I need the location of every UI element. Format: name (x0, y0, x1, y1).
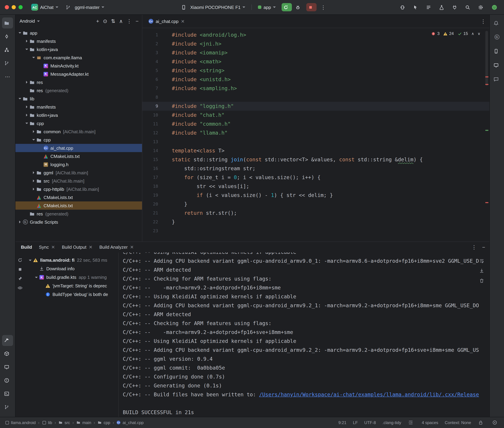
code-editor[interactable]: 1#include <android/log.h>2#include <jni.… (142, 28, 489, 241)
more-toolwindows-button[interactable]: ⋯ (2, 71, 13, 82)
app-quality-insights-button[interactable] (491, 74, 502, 85)
change-stripe-mark[interactable] (485, 130, 488, 131)
tree-item-res[interactable]: res(generated) (16, 86, 142, 95)
tree-item-common[interactable]: common[AiChat.lib.main] (16, 127, 142, 136)
pull-requests-button[interactable] (2, 58, 13, 68)
line-number[interactable]: 4 (142, 57, 158, 66)
run-config-selector[interactable]: app (256, 3, 278, 11)
tree-chevron-down-icon[interactable] (17, 32, 22, 33)
tree-item-mainactivity-kt[interactable]: KMainActivity.kt (16, 62, 142, 70)
prev-issue-button[interactable]: ∧ (471, 32, 474, 35)
line-separator-widget[interactable]: LF (353, 420, 358, 425)
build-options-button[interactable]: ⋮ (471, 245, 477, 250)
layout-inspector-icon[interactable] (412, 4, 418, 10)
breadcrumb-item-cpp[interactable]: cpp (97, 420, 110, 425)
device-explorer-button[interactable] (2, 362, 13, 372)
line-number[interactable]: 8 (142, 93, 158, 102)
tree-chevron-right-icon[interactable] (31, 171, 36, 174)
close-tab-icon[interactable]: ✕ (51, 245, 55, 250)
tree-item-app[interactable]: app (16, 29, 142, 37)
breadcrumb-item-llama-android[interactable]: llama.android (5, 420, 36, 425)
editor-scroll-stripe[interactable] (485, 28, 488, 241)
user-avatar[interactable] (491, 3, 498, 11)
tree-chevron-down-icon[interactable] (24, 123, 29, 124)
tree-chevron-right-icon[interactable] (24, 114, 29, 116)
next-issue-button[interactable]: ∨ (478, 32, 480, 35)
editor-tab-ai-chat-cpp[interactable]: C+ ai_chat.cpp ✕ (145, 15, 188, 28)
code-line-17[interactable]: 17 for (size_t i = 0; i < values.size();… (142, 173, 489, 182)
line-number[interactable]: 17 (142, 173, 158, 182)
more-actions-button[interactable]: ⋮ (321, 5, 326, 10)
code-style-widget[interactable] (408, 420, 415, 425)
tree-chevron-right-icon[interactable] (24, 81, 29, 83)
project-view-mode-selector[interactable]: Android (19, 18, 40, 24)
tree-item-src[interactable]: src[AiChat.lib.main] (16, 177, 142, 185)
build-tree-item[interactable]: Kbuild.gradle.ktsapp 1 warning (26, 273, 118, 281)
build-tree-item[interactable]: BuildType 'debug' is both de (26, 290, 118, 299)
line-number[interactable]: 18 (142, 182, 158, 191)
tree-chevron-down-icon[interactable] (34, 277, 39, 278)
inspections-widget[interactable]: 3 24 15 ∧ ∨ (431, 31, 480, 36)
commit-toolwindow-button[interactable] (2, 31, 13, 42)
line-number[interactable]: 2 (142, 39, 158, 48)
tree-item-manifests[interactable]: manifests (16, 37, 142, 45)
tree-item-cmakelists-txt[interactable]: CMakeLists.txt (16, 201, 142, 210)
line-number[interactable]: 7 (142, 84, 158, 93)
tree-item-logging-h[interactable]: Hlogging.h (16, 160, 142, 169)
line-number[interactable]: 14 (142, 146, 158, 155)
line-number[interactable]: 22 (142, 217, 158, 226)
running-devices-button[interactable] (491, 60, 502, 71)
tree-item-cpp[interactable]: cpp (16, 136, 142, 144)
line-number[interactable]: 20 (142, 200, 158, 209)
code-line-5[interactable]: 5#include <string> (142, 66, 489, 75)
project-toolwindow-button[interactable] (2, 17, 13, 28)
passed-count-widget[interactable]: 15 (457, 31, 468, 36)
build-output-path-link[interactable]: /Users/hanyin/Workspace/ai-chat/examples… (259, 392, 479, 398)
tree-chevron-right-icon[interactable] (24, 40, 29, 42)
zoom-window-button[interactable] (18, 5, 23, 9)
line-number[interactable]: 5 (142, 66, 158, 75)
tree-item-res[interactable]: res(generated) (16, 210, 142, 218)
terminal-toolwindow-button[interactable] (2, 388, 13, 399)
line-number[interactable]: 10 (142, 111, 158, 120)
build-tree-item[interactable]: Download info (26, 264, 118, 273)
error-stripe-mark[interactable] (485, 84, 488, 85)
structure-toolwindow-button[interactable] (2, 44, 13, 55)
caret-position-widget[interactable]: 9:21 (338, 420, 346, 425)
close-window-button[interactable] (5, 5, 9, 9)
rerun-sync-icon[interactable] (17, 257, 23, 263)
line-number[interactable]: 12 (142, 128, 158, 137)
minimize-window-button[interactable] (12, 5, 16, 9)
project-selector[interactable]: AC AiChat (29, 2, 61, 12)
stop-button[interactable] (306, 3, 316, 11)
settings-gear-icon[interactable] (478, 4, 483, 10)
analyzer-widget[interactable]: .clang-tidy (382, 420, 401, 425)
stop-sync-icon[interactable] (17, 266, 23, 272)
pin-icon[interactable] (17, 276, 23, 281)
line-number[interactable]: 9 (142, 102, 158, 111)
line-number[interactable]: 15 (142, 155, 158, 164)
hide-panel-button[interactable]: − (136, 18, 138, 24)
tree-chevron-down-icon[interactable] (28, 259, 33, 261)
code-line-11[interactable]: 11#include "common.h" (142, 120, 489, 128)
device-connection-icon[interactable] (452, 4, 457, 10)
code-line-16[interactable]: 16 std::ostringstream str; (142, 164, 489, 173)
encoding-widget[interactable]: UTF-8 (364, 420, 376, 425)
code-line-18[interactable]: 18 str << values[i]; (142, 182, 489, 191)
tree-item-lib[interactable]: lib (16, 95, 142, 103)
context-widget[interactable]: Context: None (445, 420, 471, 425)
scrollbar-thumb[interactable] (485, 31, 488, 86)
error-count-widget[interactable]: 3 (431, 31, 440, 36)
search-everywhere-icon[interactable] (465, 4, 470, 10)
locate-file-button[interactable]: ⊙ (103, 18, 107, 24)
line-number[interactable]: 19 (142, 191, 158, 200)
error-stripe-mark[interactable] (485, 76, 488, 77)
code-line-9[interactable]: 9#include "logging.h" (142, 102, 489, 111)
problems-toolwindow-button[interactable] (2, 375, 13, 386)
code-line-22[interactable]: 22} (142, 217, 489, 226)
code-line-2[interactable]: 2#include <jni.h> (142, 39, 489, 48)
error-stripe-mark[interactable] (485, 202, 488, 203)
version-control-button[interactable] (2, 402, 13, 412)
soft-wrap-icon[interactable] (479, 258, 485, 263)
line-number[interactable]: 11 (142, 120, 158, 128)
